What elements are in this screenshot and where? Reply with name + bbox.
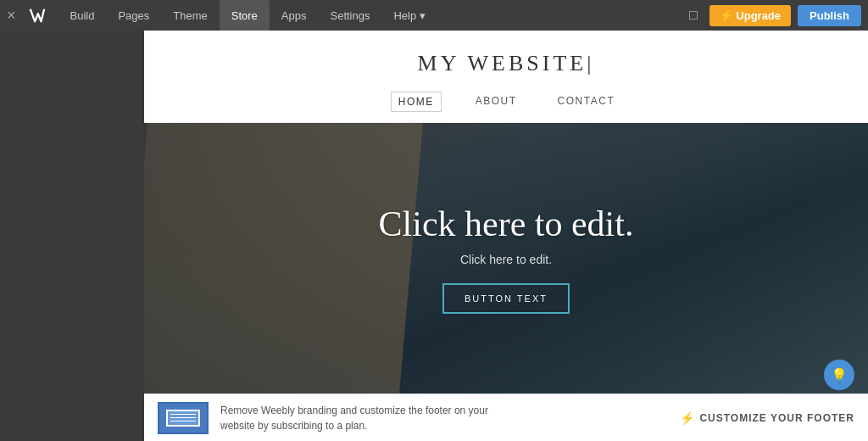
hero-button[interactable]: BUTTON TEXT — [442, 283, 570, 314]
top-navigation: × Build Pages Theme Store Apps Settings … — [0, 0, 868, 31]
site-nav-contact[interactable]: CONTACT — [551, 92, 622, 112]
nav-help[interactable]: Help ▾ — [381, 0, 437, 31]
site-nav-about[interactable]: ABOUT — [469, 92, 524, 112]
footer-banner: Remove Weebly branding and customize the… — [144, 394, 868, 441]
publish-button[interactable]: Publish — [798, 5, 861, 26]
footer-cta-label: CUSTOMIZE YOUR FOOTER — [699, 412, 854, 424]
canvas: MY WEBSITE| HOME ABOUT CONTACT Click her… — [144, 31, 868, 441]
nav-links: Build Pages Theme Store Apps Settings He… — [58, 0, 685, 31]
nav-pages[interactable]: Pages — [106, 0, 161, 31]
site-nav-home[interactable]: HOME — [391, 92, 442, 112]
lightbulb-fab-button[interactable]: 💡 — [824, 360, 854, 390]
close-button[interactable]: × — [7, 8, 16, 23]
lightning-icon: ⚡ — [680, 411, 694, 425]
hero-section[interactable]: Click here to edit. Click here to edit. … — [144, 123, 868, 394]
main-layout: MY WEBSITE| HOME ABOUT CONTACT Click her… — [0, 31, 868, 441]
site-title[interactable]: MY WEBSITE| — [418, 51, 595, 76]
lightbulb-icon: 💡 — [831, 367, 848, 383]
device-toggle-button[interactable]: □ — [684, 8, 703, 23]
thumb-line-3 — [170, 421, 196, 421]
hero-subtext[interactable]: Click here to edit. — [379, 253, 634, 266]
footer-banner-text: Remove Weebly branding and customize the… — [220, 403, 668, 433]
site-header: MY WEBSITE| HOME ABOUT CONTACT — [144, 31, 868, 123]
thumb-line-1 — [170, 414, 196, 415]
hero-heading[interactable]: Click here to edit. — [379, 204, 634, 244]
nav-right: □ ⚡ Upgrade Publish — [684, 5, 861, 26]
nav-store[interactable]: Store — [220, 0, 270, 31]
footer-thumbnail-inner — [166, 410, 200, 427]
logo — [25, 3, 48, 27]
nav-theme[interactable]: Theme — [161, 0, 219, 31]
upgrade-button[interactable]: ⚡ Upgrade — [709, 5, 791, 26]
footer-cta[interactable]: ⚡ CUSTOMIZE YOUR FOOTER — [680, 411, 854, 425]
nav-settings[interactable]: Settings — [319, 0, 382, 31]
nav-build[interactable]: Build — [58, 0, 107, 31]
site-navigation: HOME ABOUT CONTACT — [391, 92, 621, 122]
footer-thumbnail — [158, 402, 209, 434]
sidebar — [0, 31, 144, 441]
nav-apps[interactable]: Apps — [270, 0, 319, 31]
thumb-line-2 — [170, 417, 196, 418]
hero-content: Click here to edit. Click here to edit. … — [379, 204, 634, 314]
